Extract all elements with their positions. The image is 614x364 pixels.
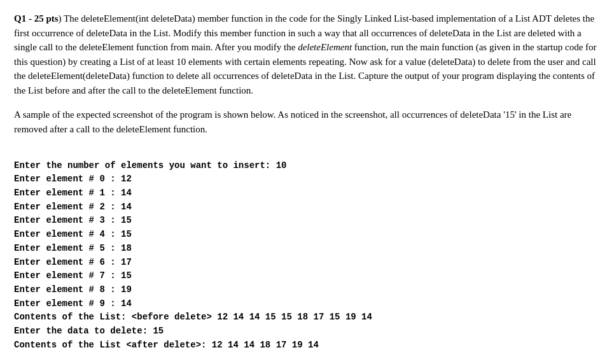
terminal-line: Enter element # 2 : 14 bbox=[14, 200, 600, 214]
terminal-line: Enter element # 9 : 14 bbox=[14, 297, 600, 311]
terminal-line: Enter element # 0 : 12 bbox=[14, 172, 600, 186]
sample-text: A sample of the expected screenshot of t… bbox=[14, 108, 600, 136]
terminal-line: Enter element # 6 : 17 bbox=[14, 256, 600, 270]
terminal-line: Enter the data to delete: 15 bbox=[14, 325, 600, 339]
question-label: Q1 - 25 pts bbox=[14, 13, 59, 24]
terminal-line: Enter the number of elements you want to… bbox=[14, 159, 600, 173]
sample-block: A sample of the expected screenshot of t… bbox=[14, 108, 600, 136]
terminal-line: Enter element # 5 : 18 bbox=[14, 242, 600, 256]
question-italic-word: deleteElement bbox=[298, 42, 352, 52]
terminal-line: Enter element # 1 : 14 bbox=[14, 186, 600, 200]
terminal-line: Contents of the List <after delete>: 12 … bbox=[14, 339, 600, 353]
terminal-line: Enter element # 7 : 15 bbox=[14, 269, 600, 283]
question-text: Q1 - 25 pts) The deleteElement(int delet… bbox=[14, 11, 600, 97]
terminal-line: Contents of the List: <before delete> 12… bbox=[14, 311, 600, 325]
terminal-line: Enter element # 3 : 15 bbox=[14, 214, 600, 228]
question-block: Q1 - 25 pts) The deleteElement(int delet… bbox=[14, 11, 600, 97]
terminal-line: Enter element # 4 : 15 bbox=[14, 228, 600, 242]
terminal-block: Enter the number of elements you want to… bbox=[14, 145, 600, 352]
terminal-line: Enter element # 8 : 19 bbox=[14, 283, 600, 297]
